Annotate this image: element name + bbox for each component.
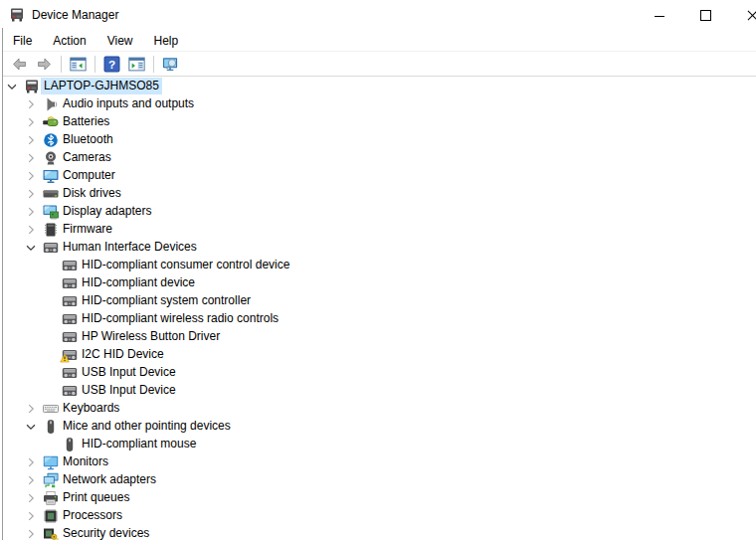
tree-item[interactable]: Print queues [0, 489, 756, 507]
tree-item-label: Display adapters [60, 203, 154, 220]
speaker-icon [43, 96, 59, 112]
processor-icon [43, 508, 59, 524]
monitor-icon [43, 454, 59, 470]
menu-bar: File Action View Help [3, 30, 756, 52]
keyboard-icon [43, 401, 59, 417]
menu-file[interactable]: File [4, 31, 41, 51]
tree-item[interactable]: Processors [0, 507, 756, 525]
scan-hardware-changes-button[interactable] [158, 53, 183, 75]
warning-overlay-icon [60, 353, 70, 363]
close-icon [747, 10, 756, 21]
tree-item[interactable]: HP Wireless Button Driver [0, 328, 756, 346]
menu-view[interactable]: View [98, 31, 142, 51]
tree-item-label: Computer [60, 167, 118, 184]
tree-item-label: Network adapters [60, 471, 159, 488]
back-arrow-icon [11, 56, 28, 73]
security-icon [43, 526, 59, 540]
maximize-icon [700, 10, 711, 21]
tree-item[interactable]: USB Input Device [0, 382, 756, 400]
tree-item[interactable]: LAPTOP-GJHMSO85 [0, 78, 756, 95]
tree-item-label: Disk drives [60, 185, 124, 202]
hid-icon [62, 329, 78, 345]
display-adapter-icon [43, 204, 59, 220]
tree-item-label: Bluetooth [60, 131, 116, 148]
toolbar [3, 52, 756, 77]
menu-action[interactable]: Action [44, 31, 94, 51]
tree-item[interactable]: HID-compliant consumer control device [0, 257, 756, 274]
hid-icon [62, 311, 78, 327]
tree-item[interactable]: USB Input Device [0, 364, 756, 382]
disk-icon [43, 186, 59, 202]
title-bar: Device Manager [0, 0, 756, 30]
tree-item-label: USB Input Device [79, 382, 179, 399]
tree-item-label: Monitors [60, 453, 111, 470]
show-hide-action-pane-button[interactable] [124, 53, 149, 75]
chevron-collapsed-icon[interactable] [24, 169, 38, 183]
tree-item[interactable]: Keyboards [0, 400, 756, 418]
show-hide-console-tree-button[interactable] [66, 53, 91, 75]
chevron-expanded-icon[interactable] [24, 241, 38, 255]
chevron-collapsed-icon[interactable] [24, 151, 38, 165]
tree-item[interactable]: HID-compliant wireless radio controls [0, 310, 756, 328]
computer-icon [24, 79, 40, 94]
tree-item[interactable]: Security devices [0, 525, 756, 540]
chevron-collapsed-icon[interactable] [24, 205, 38, 219]
bluetooth-icon [43, 132, 59, 148]
tree-item[interactable]: Audio inputs and outputs [0, 95, 756, 113]
tree-item[interactable]: Firmware [0, 221, 756, 239]
help-button[interactable] [99, 53, 124, 75]
device-manager-window: { "window": { "title": "Device Manager",… [0, 0, 756, 540]
tree-item[interactable]: Network adapters [0, 471, 756, 489]
tree-item-label: Processors [60, 507, 125, 524]
hid-icon [43, 240, 59, 256]
tree-item[interactable]: Cameras [0, 149, 756, 167]
tree-item-label: HP Wireless Button Driver [79, 328, 223, 345]
toolbar-separator [94, 56, 95, 73]
tree-item[interactable]: Bluetooth [0, 131, 756, 149]
tree-item[interactable]: Display adapters [0, 203, 756, 221]
chevron-expanded-icon[interactable] [24, 420, 38, 434]
close-button[interactable] [729, 0, 756, 30]
menu-help[interactable]: Help [145, 31, 188, 51]
maximize-button[interactable] [682, 0, 729, 30]
tree-item[interactable]: HID-compliant mouse [0, 436, 756, 453]
tree-item-label: Keyboards [60, 400, 122, 417]
tree-item-label: Firmware [60, 221, 115, 238]
printer-icon [43, 490, 59, 506]
tree-item[interactable]: I2C HID Device [0, 346, 756, 364]
hid-icon [62, 347, 78, 363]
chevron-collapsed-icon[interactable] [24, 455, 38, 469]
firmware-icon [43, 222, 59, 238]
chevron-collapsed-icon[interactable] [24, 223, 38, 237]
tree-item-label: HID-compliant device [79, 274, 198, 291]
tree-item-label: I2C HID Device [79, 346, 167, 363]
forward-button[interactable] [32, 53, 57, 75]
chevron-expanded-icon[interactable] [5, 80, 19, 93]
chevron-collapsed-icon[interactable] [24, 402, 38, 416]
chevron-collapsed-icon[interactable] [24, 491, 38, 505]
minimize-button[interactable] [636, 0, 682, 30]
window-title: Device Manager [32, 8, 118, 22]
device-manager-icon [9, 7, 25, 23]
tree-item[interactable]: Mice and other pointing devices [0, 418, 756, 436]
tree-item[interactable]: Monitors [0, 453, 756, 471]
battery-icon [43, 114, 59, 130]
chevron-collapsed-icon[interactable] [24, 473, 38, 487]
tree-item[interactable]: HID-compliant system controller [0, 292, 756, 310]
chevron-collapsed-icon[interactable] [24, 133, 38, 147]
chevron-collapsed-icon[interactable] [24, 527, 38, 540]
chevron-collapsed-icon[interactable] [24, 115, 38, 129]
chevron-collapsed-icon[interactable] [24, 187, 38, 201]
toolbar-separator [153, 56, 154, 73]
tree-item[interactable]: Computer [0, 167, 756, 185]
tree-item-label: HID-compliant mouse [79, 436, 199, 452]
tree-item-label: Mice and other pointing devices [60, 418, 234, 435]
tree-item[interactable]: HID-compliant device [0, 274, 756, 292]
tree-item[interactable]: Human Interface Devices [0, 239, 756, 257]
tree-item[interactable]: Disk drives [0, 185, 756, 203]
window-controls [636, 0, 756, 30]
back-button[interactable] [7, 53, 32, 75]
chevron-collapsed-icon[interactable] [24, 97, 38, 111]
tree-item[interactable]: Batteries [0, 113, 756, 131]
chevron-collapsed-icon[interactable] [24, 509, 38, 523]
